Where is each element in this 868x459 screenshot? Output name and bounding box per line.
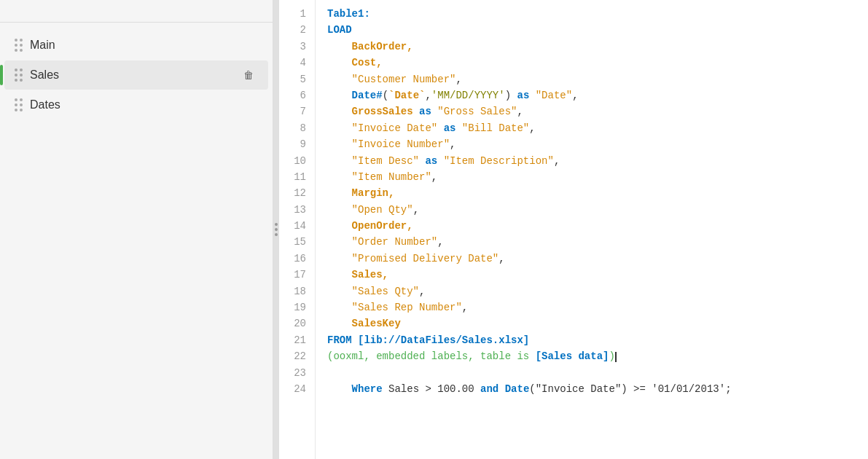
code-line-7: GrossSales as "Gross Sales", [327,103,856,119]
code-line-11: "Item Number", [327,169,856,185]
sidebar-item-label-dates: Dates [30,98,257,111]
code-line-22: (ooxml, embedded labels, table is [Sales… [327,348,856,364]
delete-section-button-sales[interactable]: 🗑 [241,68,257,82]
code-line-2: LOAD [327,22,856,38]
line-number-2: 2 [279,22,315,38]
text-cursor [615,352,617,362]
resize-dot-2 [275,228,278,231]
code-line-24: Where Sales > 100.00 and Date("Invoice D… [327,381,856,397]
editor-area: 123456789101112131415161718192021222324 … [279,0,868,459]
resize-dot-1 [275,223,278,226]
drag-handle-main [15,39,23,52]
line-number-16: 16 [279,251,315,267]
line-number-14: 14 [279,218,315,234]
drag-handle-sales [15,68,23,82]
line-number-4: 4 [279,55,315,71]
resize-dot-3 [275,233,278,236]
resize-dots [275,223,278,236]
code-line-5: "Customer Number", [327,71,856,87]
line-number-17: 17 [279,267,315,283]
line-number-9: 9 [279,136,315,152]
line-number-7: 7 [279,103,315,119]
code-line-8: "Invoice Date" as "Bill Date", [327,120,856,136]
code-line-1: Table1: [327,6,856,22]
code-line-20: SalesKey [327,315,856,332]
line-number-18: 18 [279,283,315,299]
line-number-5: 5 [279,71,315,87]
sidebar-item-main[interactable]: Main [4,31,268,59]
active-indicator [0,65,3,85]
line-number-8: 8 [279,120,315,136]
line-number-1: 1 [279,6,315,22]
line-number-15: 15 [279,234,315,250]
line-number-19: 19 [279,299,315,315]
sidebar-item-label-sales: Sales [30,68,241,82]
code-line-15: "Order Number", [327,234,856,250]
line-number-6: 6 [279,87,315,103]
resize-handle[interactable] [273,0,279,459]
code-line-4: Cost, [327,55,856,71]
line-number-3: 3 [279,39,315,55]
code-line-18: "Sales Qty", [327,283,856,299]
line-number-22: 22 [279,348,315,364]
sidebar-item-sales[interactable]: Sales🗑 [4,60,268,90]
code-line-16: "Promised Delivery Date", [327,251,856,267]
line-number-12: 12 [279,185,315,201]
sidebar-header [0,0,273,23]
sidebar: Main Sales🗑 Dates [0,0,273,459]
code-line-12: Margin, [327,185,856,201]
code-line-14: OpenOrder, [327,218,856,234]
line-number-23: 23 [279,365,315,381]
line-number-24: 24 [279,381,315,397]
line-numbers: 123456789101112131415161718192021222324 [279,0,316,459]
code-line-6: Date#(`Date`,'MM/DD/YYYY') as "Date", [327,87,856,103]
line-number-10: 10 [279,153,315,169]
code-line-21: FROM [lib://DataFiles/Sales.xlsx] [327,332,856,348]
line-number-11: 11 [279,169,315,185]
code-line-17: Sales, [327,267,856,283]
line-number-21: 21 [279,332,315,348]
sidebar-item-dates[interactable]: Dates [4,91,268,119]
line-number-20: 20 [279,315,315,332]
sidebar-items-list: Main Sales🗑 Dates [0,23,273,459]
sidebar-item-label-main: Main [30,39,257,52]
add-section-button[interactable] [254,10,259,13]
code-line-19: "Sales Rep Number", [327,299,856,315]
line-number-13: 13 [279,202,315,218]
code-line-13: "Open Qty", [327,202,856,218]
drag-handle-dates [15,98,23,111]
code-content[interactable]: Table1:LOAD BackOrder, Cost, "Customer N… [316,0,868,459]
code-line-9: "Invoice Number", [327,136,856,152]
code-line-10: "Item Desc" as "Item Description", [327,153,856,169]
code-container[interactable]: 123456789101112131415161718192021222324 … [279,0,868,459]
code-line-3: BackOrder, [327,39,856,55]
code-line-23 [327,365,856,381]
